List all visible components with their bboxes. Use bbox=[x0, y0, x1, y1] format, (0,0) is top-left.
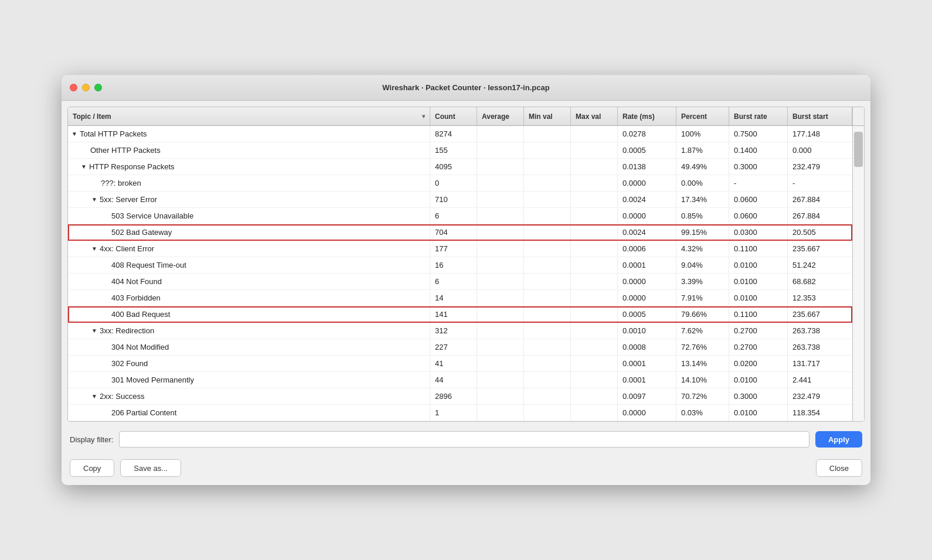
td-topic: 301 Moved Permanently bbox=[68, 372, 430, 388]
td-percent: 0.85% bbox=[676, 208, 729, 224]
td-burst-rate: 0.0200 bbox=[729, 356, 788, 371]
td-percent: 0.03% bbox=[676, 405, 729, 421]
td-minval bbox=[524, 323, 571, 339]
bottom-left-buttons: Copy Save as... bbox=[70, 459, 181, 477]
dropdown-arrow-icon[interactable]: ▾ bbox=[422, 113, 425, 119]
td-maxval bbox=[571, 339, 618, 355]
td-minval bbox=[524, 126, 571, 142]
td-average bbox=[477, 372, 524, 388]
expand-icon[interactable]: ▼ bbox=[72, 131, 77, 137]
td-maxval bbox=[571, 208, 618, 224]
table-scroll[interactable]: ▼ Total HTTP Packets 8274 0.0278 100% 0.… bbox=[68, 126, 852, 421]
expand-icon[interactable]: ▼ bbox=[91, 393, 97, 399]
topic-text: 302 Found bbox=[111, 359, 148, 368]
td-burst-start: 267.884 bbox=[788, 208, 852, 224]
td-burst-start: 232.479 bbox=[788, 388, 852, 404]
table-row[interactable]: 403 Forbidden 14 0.0000 7.91% 0.0100 12.… bbox=[68, 290, 852, 306]
table-wrapper: ▼ Total HTTP Packets 8274 0.0278 100% 0.… bbox=[68, 126, 864, 421]
th-burst-rate: Burst rate bbox=[729, 107, 788, 125]
td-average bbox=[477, 224, 524, 240]
td-rate: 0.0005 bbox=[618, 142, 676, 158]
table-row[interactable]: 408 Request Time-out 16 0.0001 9.04% 0.0… bbox=[68, 257, 852, 274]
expand-icon[interactable]: ▼ bbox=[91, 196, 97, 203]
td-count: 155 bbox=[430, 142, 477, 158]
td-topic: 502 Bad Gateway bbox=[68, 224, 430, 240]
table-row[interactable]: 301 Moved Permanently 44 0.0001 14.10% 0… bbox=[68, 372, 852, 388]
topic-text: 3xx: Redirection bbox=[100, 326, 154, 335]
td-count: 227 bbox=[430, 339, 477, 355]
td-count: 704 bbox=[430, 224, 477, 240]
td-burst-start: 118.354 bbox=[788, 405, 852, 421]
th-topic[interactable]: Topic / Item ▾ bbox=[68, 107, 430, 125]
td-burst-rate: 0.0100 bbox=[729, 290, 788, 306]
maximize-traffic-light[interactable] bbox=[94, 84, 102, 91]
td-burst-rate: 0.0100 bbox=[729, 257, 788, 273]
td-count: 710 bbox=[430, 192, 477, 207]
scrollbar[interactable] bbox=[852, 126, 864, 421]
filter-label: Display filter: bbox=[70, 435, 113, 444]
expand-icon[interactable]: ▼ bbox=[91, 327, 97, 334]
table-row[interactable]: ▼ 2xx: Success 2896 0.0097 70.72% 0.3000… bbox=[68, 388, 852, 405]
topic-text: ???: broken bbox=[101, 179, 141, 187]
packet-table: Topic / Item ▾ Count Average Min val Max… bbox=[67, 107, 865, 422]
td-maxval bbox=[571, 405, 618, 421]
minimize-traffic-light[interactable] bbox=[82, 84, 90, 91]
table-row[interactable]: ▼ Total HTTP Packets 8274 0.0278 100% 0.… bbox=[68, 126, 852, 142]
td-rate: 0.0000 bbox=[618, 290, 676, 306]
scrollbar-header-space bbox=[852, 107, 864, 125]
td-topic: ▼ 3xx: Redirection bbox=[68, 323, 430, 339]
apply-button[interactable]: Apply bbox=[815, 431, 862, 448]
td-maxval bbox=[571, 126, 618, 142]
table-row[interactable]: ???: broken 0 0.0000 0.00% - - bbox=[68, 175, 852, 192]
save-as-button[interactable]: Save as... bbox=[120, 459, 181, 477]
table-row[interactable]: ▼ 5xx: Server Error 710 0.0024 17.34% 0.… bbox=[68, 192, 852, 208]
table-row[interactable]: 502 Bad Gateway 704 0.0024 99.15% 0.0300… bbox=[68, 224, 852, 241]
topic-text: 304 Not Modified bbox=[111, 343, 169, 351]
table-row[interactable]: Other HTTP Packets 155 0.0005 1.87% 0.14… bbox=[68, 142, 852, 159]
table-row[interactable]: 400 Bad Request 141 0.0005 79.66% 0.1100… bbox=[68, 306, 852, 323]
td-count: 312 bbox=[430, 323, 477, 339]
td-burst-start: 12.353 bbox=[788, 290, 852, 306]
td-percent: 7.91% bbox=[676, 290, 729, 306]
table-row[interactable]: ▼ 3xx: Redirection 312 0.0010 7.62% 0.27… bbox=[68, 323, 852, 339]
table-row[interactable]: 302 Found 41 0.0001 13.14% 0.0200 131.71… bbox=[68, 356, 852, 372]
topic-text: Total HTTP Packets bbox=[80, 129, 147, 138]
td-topic: 302 Found bbox=[68, 356, 430, 371]
expand-icon[interactable]: ▼ bbox=[91, 245, 97, 252]
scrollbar-thumb[interactable] bbox=[854, 132, 863, 167]
table-row[interactable]: ▼ HTTP Response Packets 4095 0.0138 49.4… bbox=[68, 159, 852, 175]
td-percent: 100% bbox=[676, 126, 729, 142]
td-rate: 0.0278 bbox=[618, 126, 676, 142]
close-button[interactable]: Close bbox=[816, 459, 862, 477]
table-row[interactable]: 404 Not Found 6 0.0000 3.39% 0.0100 68.6… bbox=[68, 274, 852, 290]
td-burst-start: 263.738 bbox=[788, 339, 852, 355]
table-row[interactable]: ▼ 4xx: Client Error 177 0.0006 4.32% 0.1… bbox=[68, 241, 852, 257]
table-row[interactable]: 503 Service Unavailable 6 0.0000 0.85% 0… bbox=[68, 208, 852, 224]
main-window: Wireshark · Packet Counter · lesson17-in… bbox=[62, 75, 870, 485]
display-filter-input[interactable] bbox=[119, 431, 809, 448]
copy-button[interactable]: Copy bbox=[70, 459, 114, 477]
td-rate: 0.0024 bbox=[618, 192, 676, 207]
topic-text: 404 Not Found bbox=[111, 277, 162, 286]
close-traffic-light[interactable] bbox=[70, 84, 77, 91]
td-rate: 0.0000 bbox=[618, 208, 676, 224]
td-minval bbox=[524, 257, 571, 273]
td-count: 177 bbox=[430, 241, 477, 257]
main-content: Topic / Item ▾ Count Average Min val Max… bbox=[62, 101, 870, 485]
td-burst-start: 51.242 bbox=[788, 257, 852, 273]
table-row[interactable]: 304 Not Modified 227 0.0008 72.76% 0.270… bbox=[68, 339, 852, 356]
td-count: 141 bbox=[430, 306, 477, 322]
td-topic: ???: broken bbox=[68, 175, 430, 191]
expand-icon[interactable]: ▼ bbox=[81, 163, 87, 170]
td-percent: 72.76% bbox=[676, 339, 729, 355]
td-average bbox=[477, 274, 524, 289]
td-rate: 0.0097 bbox=[618, 388, 676, 404]
td-rate: 0.0000 bbox=[618, 405, 676, 421]
th-average: Average bbox=[477, 107, 524, 125]
td-topic: ▼ 4xx: Client Error bbox=[68, 241, 430, 257]
td-percent: 13.14% bbox=[676, 356, 729, 371]
traffic-lights bbox=[70, 84, 102, 91]
td-percent: 49.49% bbox=[676, 159, 729, 175]
topic-text: 4xx: Client Error bbox=[100, 244, 154, 253]
table-row[interactable]: 206 Partial Content 1 0.0000 0.03% 0.010… bbox=[68, 405, 852, 421]
